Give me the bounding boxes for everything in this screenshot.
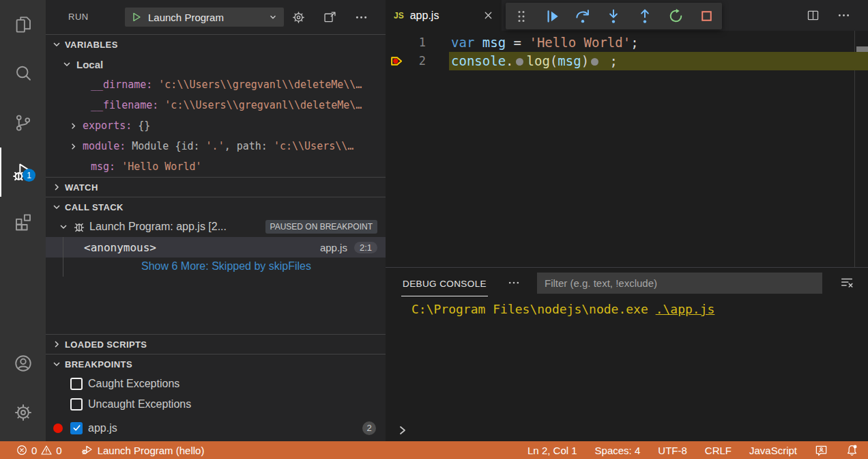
- stop-icon: [698, 8, 715, 25]
- variable-name: __filename:: [91, 99, 158, 111]
- editor-actions: [806, 0, 868, 31]
- breakpoint-row-appjs[interactable]: app.js 2: [46, 415, 386, 441]
- launch-config-dropdown[interactable]: Launch Program: [125, 8, 284, 27]
- more-actions-icon[interactable]: [354, 10, 368, 25]
- more-actions-icon[interactable]: [507, 276, 521, 290]
- more-actions-icon[interactable]: [837, 8, 851, 23]
- frame-name: <anonymous>: [84, 241, 156, 254]
- section-label: CALL STACK: [65, 202, 124, 212]
- step-into-button[interactable]: [602, 5, 625, 28]
- variable-row[interactable]: __dirname:'c:\\Users\\gregvanl\\deleteMe…: [46, 74, 386, 95]
- feedback-button[interactable]: [815, 444, 828, 457]
- console-filter-input[interactable]: [537, 273, 822, 294]
- problems-indicator[interactable]: 0 0: [16, 445, 62, 456]
- step-out-button[interactable]: [633, 5, 656, 28]
- step-over-icon: [574, 8, 592, 25]
- variable-name: module:: [83, 140, 126, 152]
- variable-value: 'Hello World': [121, 161, 201, 173]
- scrollbar-slider[interactable]: [856, 46, 868, 52]
- checkbox-unchecked[interactable]: [70, 398, 83, 411]
- chevron-right-icon[interactable]: [68, 141, 78, 152]
- notifications-button[interactable]: [845, 444, 858, 457]
- paused-breakpoint-arrow-icon[interactable]: [390, 54, 405, 68]
- scope-label: Local: [76, 59, 103, 70]
- chevron-right-icon[interactable]: [68, 121, 78, 131]
- frame-file: app.js: [320, 242, 347, 253]
- explorer-icon[interactable]: [0, 0, 46, 49]
- editor-group: JS app.js: [386, 0, 868, 267]
- indentation-setting[interactable]: Spaces: 4: [595, 445, 641, 456]
- breakpoint-label: Caught Exceptions: [88, 378, 179, 390]
- extensions-icon[interactable]: [0, 197, 46, 246]
- variable-row[interactable]: __filename:'c:\\Users\\gregvanl\\deleteM…: [46, 95, 386, 115]
- session-label: Launch Program: app.js [2...: [89, 221, 227, 233]
- continue-button[interactable]: [540, 5, 564, 28]
- scope-local-row[interactable]: Local: [46, 54, 386, 74]
- javascript-file-icon: JS: [394, 11, 404, 20]
- code-editor[interactable]: 1 var msg = 'Hello World'; 2 console.log…: [386, 31, 868, 267]
- variable-row[interactable]: module:Module {id: '.', path: 'c:\\Users…: [46, 136, 386, 156]
- sidebar-title: RUN: [68, 12, 89, 22]
- close-icon[interactable]: [483, 10, 493, 20]
- console-input-row[interactable]: [386, 421, 868, 439]
- breakpoint-label: app.js: [88, 422, 117, 434]
- chevron-down-icon: [58, 221, 69, 232]
- grip-dots-icon: [513, 8, 530, 25]
- accounts-icon[interactable]: [0, 339, 46, 388]
- clear-console-icon[interactable]: [839, 275, 854, 290]
- console-output-file-link[interactable]: .\app.js: [656, 302, 715, 316]
- breakpoints-section-header[interactable]: BREAKPOINTS: [46, 354, 386, 374]
- search-icon[interactable]: [0, 49, 46, 98]
- code-line-2-paused: 2 console.log(msg) ;: [386, 52, 868, 70]
- variable-value: 'c:\\Users\\gregvanl\\deleteMe\…: [164, 99, 362, 111]
- variable-name: __dirname:: [91, 79, 152, 91]
- console-output-line: C:\Program Files\nodejs\node.exe .\app.j…: [411, 302, 868, 316]
- notification-bell-icon: [845, 444, 858, 457]
- cursor-position[interactable]: Ln 2, Col 1: [527, 445, 577, 456]
- run-and-debug-icon[interactable]: 1: [0, 148, 46, 197]
- language-mode[interactable]: JavaScript: [749, 445, 797, 456]
- tab-appjs[interactable]: JS app.js: [386, 0, 502, 31]
- source-control-icon[interactable]: [0, 98, 46, 148]
- loaded-scripts-section-header[interactable]: LOADED SCRIPTS: [46, 334, 386, 354]
- encoding-setting[interactable]: UTF-8: [658, 445, 687, 456]
- toolbar-drag-grip[interactable]: [510, 5, 533, 28]
- variable-value: Module {id: '.', path: 'c:\\Users\\…: [132, 140, 353, 152]
- settings-gear-icon[interactable]: [0, 388, 46, 437]
- eol-setting[interactable]: CRLF: [705, 445, 732, 456]
- variable-row[interactable]: exports:{}: [46, 115, 386, 136]
- start-debug-icon[interactable]: [131, 12, 142, 23]
- breakpoint-label: Uncaught Exceptions: [88, 398, 191, 411]
- step-into-icon: [605, 8, 622, 25]
- debug-toolbar: [506, 3, 722, 29]
- checkbox-checked[interactable]: [70, 422, 83, 434]
- call-stack-section-header[interactable]: CALL STACK: [46, 197, 386, 217]
- debug-session-status[interactable]: Launch Program (hello): [81, 444, 205, 456]
- breakpoint-row-caught-exceptions[interactable]: Caught Exceptions: [46, 374, 386, 394]
- checkbox-unchecked[interactable]: [70, 378, 83, 390]
- activity-bar: 1: [0, 0, 46, 441]
- step-over-button[interactable]: [571, 5, 594, 28]
- breakpoint-row-uncaught-exceptions[interactable]: Uncaught Exceptions: [46, 394, 386, 415]
- chevron-down-icon: [51, 359, 62, 370]
- split-editor-icon[interactable]: [806, 8, 820, 23]
- section-label: VARIABLES: [65, 40, 118, 50]
- stop-button[interactable]: [695, 5, 718, 28]
- restart-button[interactable]: [664, 5, 687, 28]
- variable-row[interactable]: msg:'Hello World': [46, 156, 386, 177]
- tab-debug-console[interactable]: DEBUG CONSOLE: [401, 270, 488, 296]
- section-label: WATCH: [65, 182, 98, 193]
- line-number: 1: [386, 33, 426, 52]
- debug-session-row[interactable]: Launch Program: app.js [2... PAUSED ON B…: [46, 217, 386, 237]
- code-line-1: 1 var msg = 'Hello World';: [386, 33, 868, 52]
- chevron-right-icon: [51, 339, 62, 350]
- debug-console-icon[interactable]: [323, 10, 337, 25]
- watch-section-header[interactable]: WATCH: [46, 177, 386, 197]
- show-skipped-frames-link[interactable]: Show 6 More: Skipped by skipFiles: [46, 258, 386, 275]
- console-prompt-chevron-icon: [397, 425, 408, 436]
- error-count: 0: [31, 445, 37, 456]
- variables-section-header[interactable]: VARIABLES: [46, 34, 386, 54]
- error-icon: [16, 445, 27, 456]
- open-launch-json-gear-icon[interactable]: [291, 10, 306, 25]
- stack-frame-row-selected[interactable]: <anonymous> app.js 2:1: [46, 237, 386, 258]
